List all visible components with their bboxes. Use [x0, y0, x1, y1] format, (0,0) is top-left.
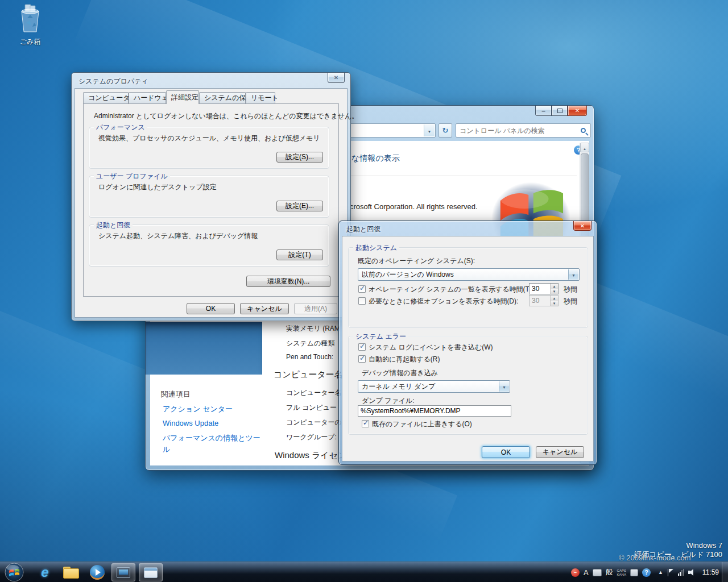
group-title: 起動と回復	[94, 221, 133, 230]
maximize-icon	[557, 109, 562, 113]
window-icon	[144, 567, 158, 578]
sidebar-link-windows-update[interactable]: Windows Update	[163, 419, 218, 427]
admin-note: Administrator としてログオンしない場合は、これらのほとんどの変更は…	[94, 111, 358, 121]
show-os-list-checkbox[interactable]	[358, 285, 366, 293]
breadcrumb-dropdown-button[interactable]	[424, 124, 435, 136]
ime-error-icon[interactable]: –	[571, 568, 580, 577]
scroll-up-icon	[583, 144, 586, 152]
show-os-list-label: オペレーティング システムの一覧を表示する時間(T):	[369, 285, 533, 294]
refresh-button[interactable]	[439, 123, 452, 138]
ime-caps-kana-indicator[interactable]: CAPS KANA	[617, 569, 626, 576]
system-row-label: コンピューターの	[286, 418, 342, 427]
show-desktop-button[interactable]	[722, 562, 728, 582]
caps-indicator: CAPS	[617, 569, 626, 572]
ime-help-icon[interactable]: ?	[642, 568, 651, 577]
taskbar-item-explorer[interactable]	[59, 563, 83, 581]
windows-logo-icon	[5, 563, 24, 582]
dialog-title: システムのプロパティ	[78, 77, 148, 86]
dialog-body: 起動システム 既定のオペレーティング システム(S): 以前のバージョンの Wi…	[342, 236, 594, 462]
overwrite-checkbox[interactable]	[362, 420, 369, 427]
tab-hardware[interactable]: ハードウェア	[129, 92, 166, 103]
close-button[interactable]	[568, 106, 587, 116]
boot-system-group: 起動システム 既定のオペレーティング システム(S): 以前のバージョンの Wi…	[348, 247, 588, 328]
ime-keyboard-icon[interactable]	[593, 569, 602, 576]
taskbar-item-dialog-window[interactable]	[139, 563, 163, 581]
dialog-title: 起動と回復	[346, 225, 380, 234]
media-player-icon	[90, 565, 105, 580]
dump-file-label: ダンプ ファイル:	[362, 396, 415, 406]
environment-variables-button[interactable]: 環境変数(N)...	[246, 276, 330, 287]
startup-settings-button[interactable]: 設定(T)	[276, 250, 323, 260]
cancel-button[interactable]: キャンセル	[240, 303, 289, 314]
apply-button[interactable]: 適用(A)	[294, 303, 337, 314]
dump-type-value: カーネル メモリ ダンプ	[362, 382, 435, 392]
close-button[interactable]	[573, 221, 592, 231]
tab-remote[interactable]: リモート	[246, 92, 275, 103]
auto-restart-checkbox[interactable]	[358, 355, 366, 363]
search-icon[interactable]	[581, 128, 586, 133]
os-list-time-input[interactable]	[530, 284, 550, 294]
os-list-time-spinner[interactable]	[529, 283, 559, 294]
performance-settings-button[interactable]: 設定(S)...	[276, 152, 323, 163]
clock[interactable]: 11:59	[702, 568, 719, 576]
minimize-button[interactable]	[535, 106, 552, 116]
system-row-label: システムの種類	[286, 339, 334, 348]
chevron-down-icon	[572, 271, 576, 278]
write-event-checkbox[interactable]	[358, 343, 366, 351]
close-button[interactable]	[328, 73, 345, 83]
kana-indicator: KANA	[617, 573, 626, 576]
combobox-arrow[interactable]	[499, 381, 509, 392]
volume-icon[interactable]	[688, 569, 696, 576]
sidebar-link-performance[interactable]: パフォーマンスの情報とツール	[163, 433, 260, 455]
build-watermark-line1: Windows 7	[634, 541, 722, 550]
ime-conversion-mode-button[interactable]: 般	[606, 567, 613, 577]
maximize-button[interactable]	[552, 106, 568, 116]
spinner-arrows[interactable]	[550, 284, 558, 294]
close-icon	[575, 107, 580, 114]
tab-computer-name[interactable]: コンピューター名	[83, 92, 129, 103]
show-recovery-label: 必要なときに修復オプションを表示する時間(D):	[369, 297, 518, 306]
related-items-heading: 関連項目	[161, 389, 191, 400]
profiles-settings-button[interactable]: 設定(E)...	[276, 201, 323, 211]
network-icon[interactable]	[678, 569, 684, 576]
group-description: システム起動、システム障害、およびデバッグ情報	[98, 231, 258, 241]
spin-up-icon	[551, 284, 558, 289]
ime-tools-icon[interactable]	[630, 569, 638, 576]
dump-file-input[interactable]	[358, 405, 511, 417]
recycle-bin[interactable]: ごみ箱	[14, 3, 47, 44]
default-os-combobox[interactable]: 以前のバージョンの Windows	[358, 268, 580, 281]
group-title: ユーザー プロファイル	[94, 172, 170, 181]
default-os-label: 既定のオペレーティング システム(S):	[358, 256, 475, 266]
recovery-time-input	[530, 296, 550, 306]
combobox-arrow[interactable]	[568, 269, 578, 280]
spin-down-icon	[551, 289, 558, 294]
system-properties-dialog: システムのプロパティ コンピューター名 ハードウェア 詳細設定 システムの保護 …	[71, 72, 351, 321]
tab-advanced[interactable]: 詳細設定	[166, 90, 199, 104]
spinner-arrows	[550, 296, 558, 306]
auto-restart-label: 自動的に再起動する(R)	[369, 355, 440, 364]
ok-button[interactable]: OK	[482, 446, 530, 458]
write-event-label: システム ログにイベントを書き込む(W)	[369, 343, 493, 352]
debug-info-heading: デバッグ情報の書き込み	[362, 368, 438, 378]
startup-recovery-dialog: 起動と回復 起動システム 既定のオペレーティング システム(S): 以前のバージ…	[338, 221, 597, 465]
ok-button[interactable]: OK	[187, 303, 235, 314]
ime-input-mode-button[interactable]: A	[584, 568, 589, 577]
start-button[interactable]	[5, 563, 24, 582]
cancel-button[interactable]: キャンセル	[536, 446, 584, 458]
search-box[interactable]	[456, 123, 591, 138]
taskbar-item-system-window[interactable]	[111, 563, 135, 581]
scroll-up-button[interactable]	[580, 143, 589, 152]
search-input[interactable]	[456, 127, 581, 135]
performance-group: パフォーマンス 視覚効果、プロセッサのスケジュール、メモリ使用、および仮想メモリ…	[89, 127, 329, 169]
dump-type-combobox[interactable]: カーネル メモリ ダンプ	[358, 380, 510, 393]
taskbar-item-internet-explorer[interactable]: e	[33, 563, 57, 581]
taskbar-item-media-player[interactable]	[85, 563, 109, 581]
show-recovery-checkbox[interactable]	[358, 297, 366, 305]
spin-up-icon	[551, 296, 558, 301]
sidebar-link-action-center[interactable]: アクション センター	[163, 404, 233, 414]
seconds-label: 秒間	[564, 285, 577, 294]
system-monitor-icon	[117, 567, 130, 578]
show-hidden-icons-button[interactable]: ▲	[658, 569, 663, 575]
action-center-flag-icon[interactable]	[667, 569, 674, 576]
tab-system-protection[interactable]: システムの保護	[199, 92, 246, 103]
